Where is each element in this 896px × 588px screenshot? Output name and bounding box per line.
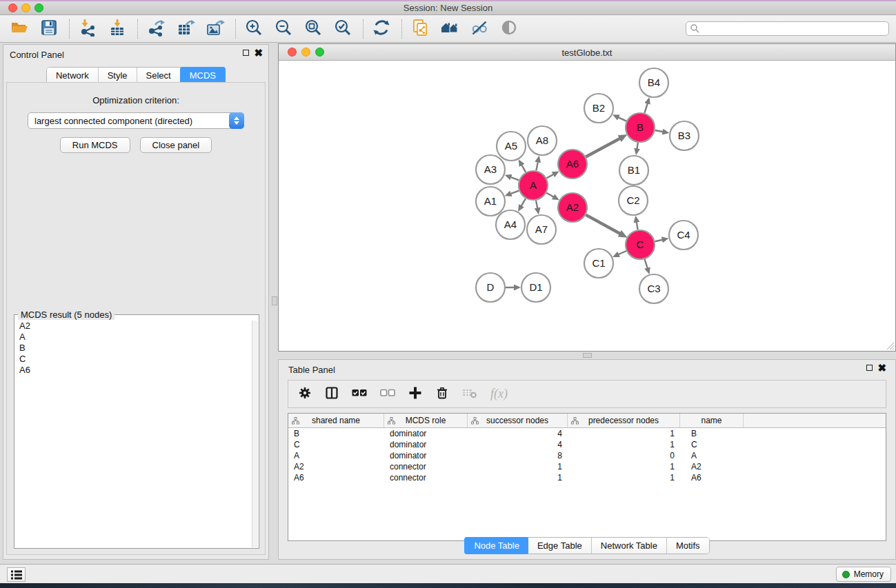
- gear-button[interactable]: [298, 386, 312, 403]
- table-row[interactable]: A6connector11A6: [288, 472, 886, 483]
- vertical-split-handle[interactable]: [272, 296, 277, 305]
- save-session-button[interactable]: [38, 18, 60, 40]
- edge-A-A8[interactable]: [536, 161, 538, 170]
- table-row[interactable]: Cdominator41C: [288, 439, 886, 450]
- node-A[interactable]: A: [519, 171, 548, 200]
- tab-node-table[interactable]: Node Table: [464, 537, 529, 554]
- table-row[interactable]: Bdominator41B: [288, 428, 886, 439]
- edge-C-C1[interactable]: [618, 251, 626, 254]
- node-C2[interactable]: C2: [619, 186, 648, 215]
- edge-B-B1[interactable]: [637, 143, 637, 150]
- deselect-all-button[interactable]: [380, 386, 395, 403]
- task-history-button[interactable]: [7, 567, 26, 582]
- node-B3[interactable]: B3: [670, 121, 699, 150]
- zoom-fit-button[interactable]: [302, 18, 324, 40]
- result-item[interactable]: B: [19, 343, 252, 354]
- edge-C-C3[interactable]: [645, 259, 648, 268]
- birds-eye-button[interactable]: [498, 18, 520, 40]
- node-A5[interactable]: A5: [497, 132, 526, 161]
- edge-A6-B[interactable]: [586, 139, 620, 157]
- run-mcds-button[interactable]: Run MCDS: [60, 137, 130, 153]
- node-table[interactable]: shared nameMCDS rolesuccessor nodesprede…: [288, 413, 886, 541]
- node-B4[interactable]: B4: [639, 68, 668, 97]
- node-C4[interactable]: C4: [669, 221, 698, 250]
- graphics-details-button[interactable]: [468, 18, 490, 40]
- edge-A-A2[interactable]: [546, 193, 554, 197]
- result-item[interactable]: C: [19, 354, 252, 365]
- edge-A-A7[interactable]: [536, 201, 537, 209]
- tab-network[interactable]: Network: [47, 68, 99, 83]
- column-header-predecessor-nodes[interactable]: predecessor nodes: [568, 414, 680, 427]
- edge-A-A5[interactable]: [521, 165, 526, 172]
- tab-motifs[interactable]: Motifs: [667, 538, 709, 554]
- node-C3[interactable]: C3: [639, 274, 668, 303]
- horizontal-split-handle[interactable]: [583, 353, 592, 358]
- open-session-button[interactable]: [8, 18, 30, 40]
- close-table-panel-icon[interactable]: ✖: [877, 364, 886, 372]
- edge-A-A3[interactable]: [510, 177, 519, 181]
- node-A6[interactable]: A6: [558, 150, 587, 179]
- close-panel-icon[interactable]: ✖: [254, 49, 263, 57]
- memory-button[interactable]: Memory: [836, 567, 891, 582]
- tab-network-table[interactable]: Network Table: [592, 538, 667, 554]
- edge-B-B2[interactable]: [618, 117, 626, 121]
- node-D[interactable]: D: [476, 273, 505, 302]
- network-window-titlebar[interactable]: testGlobe.txt: [279, 44, 895, 61]
- node-A8[interactable]: A8: [528, 126, 557, 155]
- select-all-button[interactable]: [352, 386, 367, 403]
- tab-select[interactable]: Select: [137, 68, 181, 83]
- node-C[interactable]: C: [626, 230, 655, 259]
- edge-A2-C[interactable]: [586, 215, 620, 234]
- apply-layout-button[interactable]: [370, 18, 392, 40]
- node-B[interactable]: B: [626, 113, 655, 142]
- edge-A-A1[interactable]: [510, 191, 519, 194]
- new-network-from-selection-button[interactable]: [409, 18, 431, 40]
- close-panel-button[interactable]: Close panel: [140, 137, 212, 153]
- table-row[interactable]: A2connector11A2: [288, 461, 886, 472]
- edge-A-A6[interactable]: [546, 174, 553, 179]
- network-graph[interactable]: B4B2BB3A8A5A6A3B1AA1C2A2A4A7C4CC1C3DD1: [279, 61, 895, 351]
- node-A2[interactable]: A2: [558, 193, 587, 222]
- add-button[interactable]: [408, 386, 422, 403]
- column-header-shared-name[interactable]: shared name: [288, 414, 384, 427]
- node-A7[interactable]: A7: [527, 215, 556, 244]
- result-item[interactable]: A6: [19, 365, 252, 376]
- result-scrollbar[interactable]: [252, 321, 258, 547]
- column-header-successor-nodes[interactable]: successor nodes: [468, 414, 568, 427]
- delete-button[interactable]: [435, 386, 449, 403]
- float-table-panel-icon[interactable]: [866, 365, 873, 371]
- edge-B-B3[interactable]: [655, 130, 664, 132]
- column-header-MCDS-role[interactable]: MCDS role: [384, 414, 468, 427]
- result-item[interactable]: A2: [19, 321, 252, 332]
- mcds-result-list[interactable]: A2ABCA6: [15, 321, 252, 547]
- function-builder-button[interactable]: f(x): [490, 387, 508, 401]
- tab-edge-table[interactable]: Edge Table: [528, 538, 592, 554]
- columns-button[interactable]: [325, 386, 339, 403]
- import-network-button[interactable]: [77, 18, 99, 40]
- node-A4[interactable]: A4: [496, 210, 525, 239]
- zoom-selected-button[interactable]: [332, 18, 354, 40]
- home-button[interactable]: [439, 18, 461, 40]
- edge-C-C2[interactable]: [637, 222, 638, 230]
- export-network-button[interactable]: [145, 18, 167, 40]
- node-C1[interactable]: C1: [584, 249, 613, 278]
- edge-A-A4[interactable]: [521, 199, 526, 206]
- edge-B-B4[interactable]: [644, 103, 647, 113]
- node-A3[interactable]: A3: [476, 155, 505, 184]
- float-panel-icon[interactable]: [243, 50, 249, 56]
- search-input[interactable]: [686, 21, 889, 36]
- table-row[interactable]: Adominator80A: [288, 450, 886, 461]
- criterion-dropdown[interactable]: largest connected component (directed): [28, 112, 244, 129]
- resize-grip-icon[interactable]: [885, 341, 895, 350]
- export-image-button[interactable]: [204, 18, 226, 40]
- network-canvas[interactable]: B4B2BB3A8A5A6A3B1AA1C2A2A4A7C4CC1C3DD1: [279, 61, 895, 351]
- zoom-out-button[interactable]: [272, 18, 295, 40]
- node-B1[interactable]: B1: [619, 156, 648, 185]
- node-B2[interactable]: B2: [584, 94, 613, 123]
- node-A1[interactable]: A1: [476, 187, 505, 216]
- result-item[interactable]: A: [19, 332, 252, 343]
- node-D1[interactable]: D1: [521, 273, 550, 302]
- delete-table-button[interactable]: [462, 386, 477, 403]
- zoom-in-button[interactable]: [243, 18, 265, 40]
- column-header-name[interactable]: name: [680, 414, 744, 427]
